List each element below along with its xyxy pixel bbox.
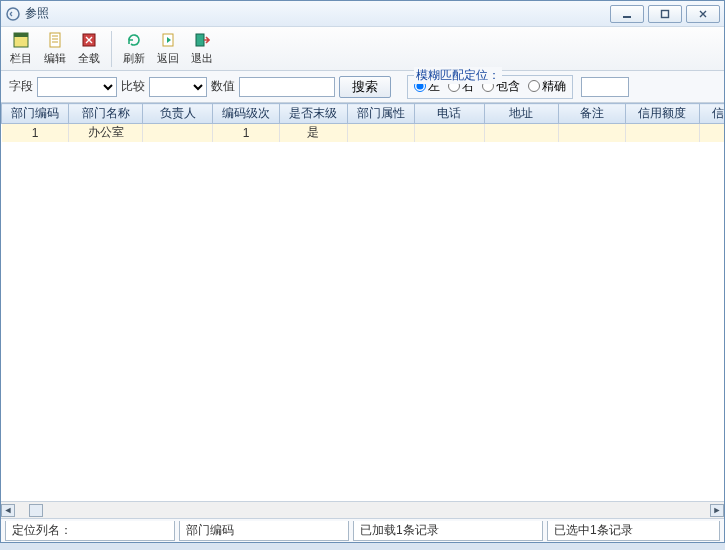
table-cell[interactable]	[484, 124, 558, 142]
exit-button[interactable]: 退出	[186, 29, 218, 66]
column-header[interactable]: 是否末级	[280, 104, 347, 124]
columns-button[interactable]: 栏目	[5, 29, 37, 66]
value-label: 数值	[211, 78, 235, 95]
table-cell[interactable]: 是	[280, 124, 347, 142]
column-header[interactable]: 编码级次	[212, 104, 279, 124]
svg-rect-5	[50, 33, 60, 47]
table-cell[interactable]	[558, 124, 625, 142]
column-header[interactable]: 信用额度	[625, 104, 699, 124]
svg-point-0	[7, 8, 19, 20]
columns-icon	[12, 31, 30, 49]
toolbar: 栏目 编辑 全载 刷新 返回 退出	[1, 27, 724, 71]
toolbar-label: 编辑	[44, 51, 66, 66]
edit-icon	[46, 31, 64, 49]
exit-icon	[193, 31, 211, 49]
locate-input[interactable]	[581, 77, 629, 97]
value-input[interactable]	[239, 77, 335, 97]
window-controls	[610, 5, 720, 23]
close-button[interactable]	[686, 5, 720, 23]
app-window: 参照 栏目 编辑 全载 刷新 返回 退出	[0, 0, 725, 543]
loadall-icon	[80, 31, 98, 49]
column-header[interactable]: 信用等	[699, 104, 724, 124]
compare-select[interactable]	[149, 77, 207, 97]
table-cell[interactable]: 1	[2, 124, 69, 142]
toolbar-label: 栏目	[10, 51, 32, 66]
table-cell[interactable]	[625, 124, 699, 142]
column-header[interactable]: 部门名称	[69, 104, 143, 124]
column-header[interactable]: 电话	[415, 104, 485, 124]
svg-rect-1	[623, 16, 631, 18]
horizontal-scrollbar[interactable]: ◄ ►	[1, 501, 724, 518]
field-label: 字段	[9, 78, 33, 95]
status-bar: 定位列名： 部门编码 已加载1条记录 已选中1条记录	[1, 518, 724, 542]
status-selected: 已选中1条记录	[547, 521, 720, 541]
status-locate-label: 定位列名：	[5, 521, 175, 541]
data-grid[interactable]: 部门编码部门名称负责人编码级次是否末级部门属性电话地址备注信用额度信用等 1办公…	[1, 103, 724, 501]
match-legend: 模糊匹配定位：	[414, 67, 502, 84]
minimize-button[interactable]	[610, 5, 644, 23]
search-bar: 字段 比较 数值 搜索 模糊匹配定位： 左 右 包含 精确	[1, 71, 724, 103]
column-header[interactable]: 地址	[484, 104, 558, 124]
loadall-button[interactable]: 全载	[73, 29, 105, 66]
match-group: 模糊匹配定位： 左 右 包含 精确	[407, 75, 573, 99]
table-row[interactable]: 1办公室1是	[2, 124, 725, 142]
compare-label: 比较	[121, 78, 145, 95]
title-bar: 参照	[1, 1, 724, 27]
search-button[interactable]: 搜索	[339, 76, 391, 98]
maximize-button[interactable]	[648, 5, 682, 23]
svg-rect-2	[662, 10, 669, 17]
table-cell[interactable]: 1	[212, 124, 279, 142]
toolbar-label: 全载	[78, 51, 100, 66]
column-header[interactable]: 部门编码	[2, 104, 69, 124]
toolbar-label: 返回	[157, 51, 179, 66]
table-cell[interactable]	[699, 124, 724, 142]
refresh-button[interactable]: 刷新	[118, 29, 150, 66]
scroll-left-arrow[interactable]: ◄	[1, 504, 15, 517]
column-header[interactable]: 负责人	[143, 104, 213, 124]
table-cell[interactable]	[347, 124, 414, 142]
toolbar-separator	[111, 31, 112, 67]
svg-rect-4	[14, 33, 28, 37]
app-icon	[5, 6, 21, 22]
toolbar-label: 刷新	[123, 51, 145, 66]
table-cell[interactable]	[415, 124, 485, 142]
status-loaded: 已加载1条记录	[353, 521, 543, 541]
back-button[interactable]: 返回	[152, 29, 184, 66]
column-header[interactable]: 备注	[558, 104, 625, 124]
svg-rect-8	[196, 34, 204, 46]
column-header[interactable]: 部门属性	[347, 104, 414, 124]
scroll-thumb[interactable]	[29, 504, 43, 517]
edit-button[interactable]: 编辑	[39, 29, 71, 66]
refresh-icon	[125, 31, 143, 49]
radio-label: 精确	[542, 78, 566, 95]
window-title: 参照	[25, 5, 49, 22]
toolbar-label: 退出	[191, 51, 213, 66]
table-cell[interactable]: 办公室	[69, 124, 143, 142]
scroll-right-arrow[interactable]: ►	[710, 504, 724, 517]
status-locate-value: 部门编码	[179, 521, 349, 541]
back-icon	[159, 31, 177, 49]
field-select[interactable]	[37, 77, 117, 97]
match-exact[interactable]: 精确	[528, 78, 566, 95]
table-cell[interactable]	[143, 124, 213, 142]
